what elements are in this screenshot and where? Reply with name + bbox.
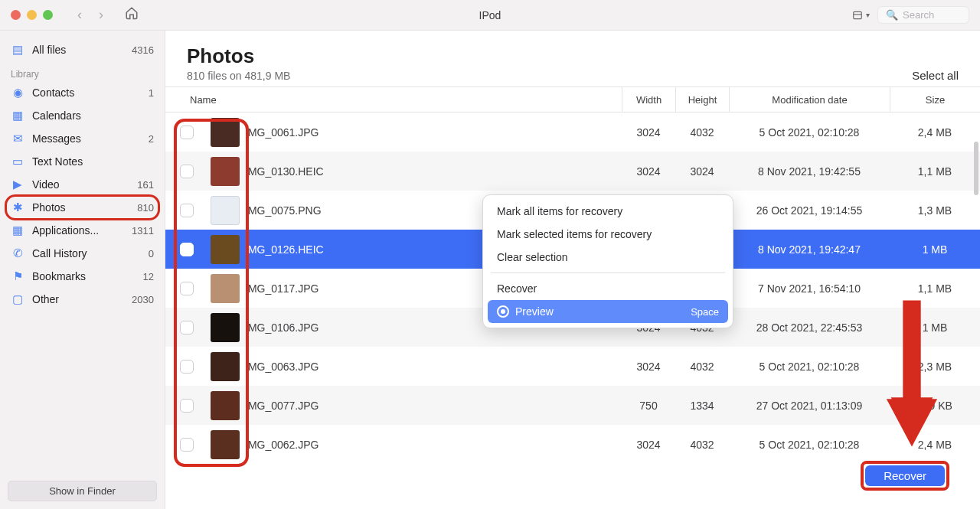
row-width: 3024 bbox=[622, 165, 675, 178]
back-button[interactable]: ‹ bbox=[71, 7, 88, 23]
sidebar-item-call-history[interactable]: ✆ Call History 0 bbox=[0, 242, 165, 265]
row-name: IMG_0061.JPG bbox=[242, 126, 622, 139]
row-checkbox[interactable] bbox=[180, 282, 194, 295]
thumbnail bbox=[211, 430, 240, 459]
sidebar-item-calendars[interactable]: ▦ Calendars bbox=[0, 104, 165, 127]
show-in-finder-button[interactable]: Show in Finder bbox=[8, 481, 157, 501]
sidebar-item-label: Calendars bbox=[32, 109, 81, 122]
col-height[interactable]: Height bbox=[675, 87, 729, 112]
all-files-icon: ▤ bbox=[11, 43, 24, 57]
row-checkbox-cell bbox=[165, 282, 208, 295]
row-checkbox-cell bbox=[165, 126, 208, 139]
content-header: Photos 810 files on 481,9 MB Select all bbox=[165, 31, 980, 86]
row-thumb-cell bbox=[208, 430, 242, 459]
sidebar-item-count: 12 bbox=[143, 271, 154, 282]
scrollbar[interactable] bbox=[974, 142, 978, 195]
row-size: 1,1 MB bbox=[890, 165, 980, 178]
calendars-icon: ▦ bbox=[11, 109, 24, 122]
context-menu: Mark all items for recovery Mark selecte… bbox=[482, 194, 733, 328]
row-thumb-cell bbox=[208, 157, 242, 186]
content-area: Photos 810 files on 481,9 MB Select all … bbox=[165, 31, 980, 509]
row-date: 8 Nov 2021, 19:42:55 bbox=[729, 165, 890, 178]
search-placeholder: Search bbox=[903, 9, 934, 21]
close-window[interactable] bbox=[11, 10, 21, 20]
nav-arrows: ‹ › bbox=[71, 7, 109, 23]
row-checkbox[interactable] bbox=[180, 321, 194, 334]
page-title: Photos bbox=[187, 44, 290, 68]
ctx-mark-selected[interactable]: Mark selected items for recovery bbox=[488, 223, 728, 246]
sidebar-item-label: Call History bbox=[32, 247, 87, 259]
row-checkbox[interactable] bbox=[180, 243, 194, 256]
call-icon: ✆ bbox=[11, 246, 24, 260]
notes-icon: ▭ bbox=[11, 155, 24, 168]
sidebar-item-contacts[interactable]: ◉ Contacts 1 bbox=[0, 81, 165, 104]
col-name[interactable]: Name bbox=[165, 94, 622, 106]
sidebar-item-count: 161 bbox=[137, 179, 154, 191]
col-size[interactable]: Size bbox=[890, 87, 980, 112]
row-width: 3024 bbox=[622, 439, 675, 451]
row-checkbox[interactable] bbox=[180, 126, 194, 139]
table-row[interactable]: IMG_0063.JPG302440325 Oct 2021, 02:10:28… bbox=[165, 347, 980, 386]
sidebar-item-other[interactable]: ▢ Other 2030 bbox=[0, 288, 165, 311]
forward-button[interactable]: › bbox=[93, 7, 109, 23]
row-checkbox[interactable] bbox=[180, 165, 194, 178]
sidebar-item-photos[interactable]: ✱ Photos 810 bbox=[0, 196, 165, 219]
row-thumb-cell bbox=[208, 274, 242, 303]
row-size: 2,4 MB bbox=[890, 126, 980, 139]
thumbnail bbox=[211, 196, 240, 225]
minimize-window[interactable] bbox=[27, 10, 37, 20]
table-row[interactable]: IMG_0130.HEIC302430248 Nov 2021, 19:42:5… bbox=[165, 152, 980, 191]
row-date: 5 Oct 2021, 02:10:28 bbox=[729, 439, 890, 451]
sidebar-item-all-files[interactable]: ▤ All files 4316 bbox=[0, 38, 165, 61]
row-name: IMG_0130.HEIC bbox=[242, 165, 622, 178]
table-row[interactable]: IMG_0061.JPG302440325 Oct 2021, 02:10:28… bbox=[165, 113, 980, 152]
traffic-lights bbox=[11, 10, 53, 20]
row-checkbox[interactable] bbox=[180, 360, 194, 374]
row-checkbox[interactable] bbox=[180, 204, 194, 217]
row-name: IMG_0077.JPG bbox=[242, 400, 622, 412]
view-mode-button[interactable]: ▾ bbox=[851, 10, 870, 21]
row-checkbox-cell bbox=[165, 165, 208, 178]
ctx-mark-all[interactable]: Mark all items for recovery bbox=[488, 200, 728, 223]
row-thumb-cell bbox=[208, 118, 242, 147]
row-height: 4032 bbox=[675, 126, 729, 139]
sidebar-item-label: Photos bbox=[32, 201, 66, 214]
sidebar-item-video[interactable]: ▶ Video 161 bbox=[0, 173, 165, 196]
sidebar-item-notes[interactable]: ▭ Text Notes bbox=[0, 150, 165, 173]
sidebar-item-count: 2 bbox=[149, 133, 154, 145]
sidebar-item-messages[interactable]: ✉ Messages 2 bbox=[0, 127, 165, 150]
row-thumb-cell bbox=[208, 352, 242, 381]
row-checkbox[interactable] bbox=[180, 399, 194, 413]
col-width[interactable]: Width bbox=[622, 87, 675, 112]
sidebar-item-applications[interactable]: ▦ Applications... 1311 bbox=[0, 219, 165, 242]
bookmarks-icon: ⚑ bbox=[11, 269, 24, 283]
ctx-preview-label: Preview bbox=[515, 305, 554, 318]
thumbnail bbox=[211, 118, 240, 147]
thumbnail bbox=[211, 157, 240, 186]
thumbnail bbox=[211, 313, 240, 342]
col-date[interactable]: Modification date bbox=[729, 87, 890, 112]
sidebar-item-label: Contacts bbox=[32, 86, 74, 99]
row-width: 3024 bbox=[622, 126, 675, 139]
zoom-window[interactable] bbox=[43, 10, 53, 20]
row-date: 26 Oct 2021, 19:14:55 bbox=[729, 204, 890, 217]
sidebar-item-bookmarks[interactable]: ⚑ Bookmarks 12 bbox=[0, 265, 165, 288]
search-input[interactable]: 🔍 Search bbox=[877, 6, 969, 24]
row-date: 28 Oct 2021, 22:45:53 bbox=[729, 321, 890, 334]
sidebar-item-count: 4316 bbox=[132, 44, 154, 56]
row-checkbox-cell bbox=[165, 399, 208, 413]
row-width: 750 bbox=[622, 400, 675, 412]
row-name: IMG_0063.JPG bbox=[242, 361, 622, 373]
table-row[interactable]: IMG_0062.JPG302440325 Oct 2021, 02:10:28… bbox=[165, 425, 980, 464]
table-row[interactable]: IMG_0077.JPG750133427 Oct 2021, 01:13:09… bbox=[165, 386, 980, 425]
sidebar-item-label: Text Notes bbox=[32, 155, 83, 168]
ctx-recover[interactable]: Recover bbox=[488, 277, 728, 300]
select-all-button[interactable]: Select all bbox=[912, 69, 959, 82]
thumbnail bbox=[211, 274, 240, 303]
ctx-clear[interactable]: Clear selection bbox=[488, 246, 728, 269]
row-checkbox[interactable] bbox=[180, 438, 194, 452]
row-name: IMG_0062.JPG bbox=[242, 439, 622, 451]
ctx-separator bbox=[491, 272, 725, 273]
ctx-preview[interactable]: Preview Space bbox=[488, 300, 728, 323]
home-button[interactable] bbox=[125, 6, 139, 24]
